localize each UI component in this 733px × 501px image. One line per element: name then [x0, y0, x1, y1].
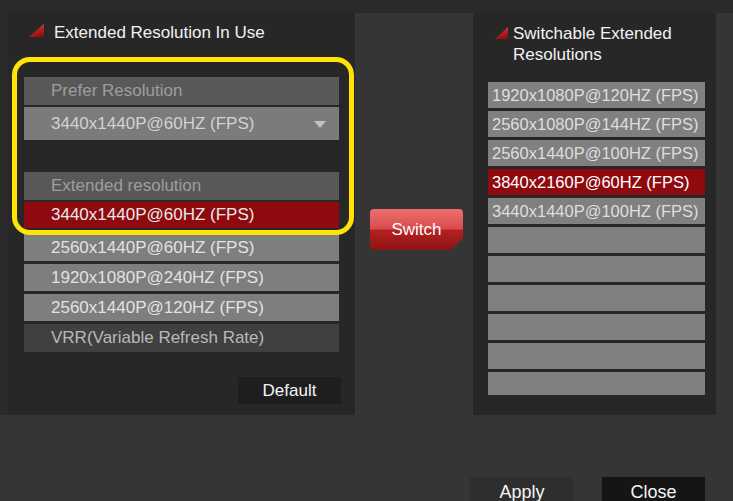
extended-resolution-in-use-panel: Extended Resolution In Use Prefer Resolu… [7, 13, 355, 415]
prefer-resolution-value: 3440x1440P@60HZ (FPS) [51, 114, 254, 134]
list-item-resolution-selected[interactable]: 3440x1440P@60HZ (FPS) [24, 202, 339, 228]
red-triangle-icon [29, 24, 44, 37]
close-button[interactable]: Close [602, 477, 705, 501]
list-item-empty [488, 256, 705, 282]
list-item-switchable-selected[interactable]: 3840x2160P@60HZ (FPS) [488, 169, 705, 195]
switchable-extended-resolutions-panel: Switchable Extended Resolutions 1920x108… [473, 13, 716, 415]
prefer-resolution-header: Prefer Resolution [24, 77, 339, 105]
list-item-resolution[interactable]: 2560x1440P@60HZ (FPS) [24, 234, 339, 261]
list-item-switchable[interactable]: 2560x1440P@100HZ (FPS) [488, 140, 705, 166]
red-triangle-icon [495, 27, 508, 39]
extended-resolution-header: Extended resolution [24, 172, 339, 200]
panel-title-right-line1: Switchable Extended [513, 23, 708, 44]
list-item-empty [488, 343, 705, 369]
panel-title-right: Switchable Extended Resolutions [513, 23, 708, 65]
default-button[interactable]: Default [238, 377, 341, 404]
window-left-strip [0, 13, 7, 415]
list-item-vrr[interactable]: VRR(Variable Refresh Rate) [24, 324, 339, 352]
apply-button[interactable]: Apply [470, 477, 574, 501]
list-item-switchable[interactable]: 3440x1440P@100HZ (FPS) [488, 198, 705, 224]
list-item-switchable[interactable]: 1920x1080P@120HZ (FPS) [488, 82, 705, 108]
list-item-resolution[interactable]: 1920x1080P@240HZ (FPS) [24, 264, 339, 291]
list-item-empty [488, 285, 705, 311]
list-item-switchable[interactable]: 2560x1080P@144HZ (FPS) [488, 111, 705, 137]
list-item-empty [488, 372, 705, 395]
panel-title-left: Extended Resolution In Use [54, 22, 265, 43]
chevron-down-icon [314, 121, 326, 128]
list-item-empty [488, 314, 705, 340]
list-item-resolution[interactable]: 2560x1440P@120HZ (FPS) [24, 294, 339, 321]
prefer-resolution-dropdown[interactable]: 3440x1440P@60HZ (FPS) [24, 107, 339, 140]
panel-title-right-line2: Resolutions [513, 44, 708, 65]
list-item-empty [488, 227, 705, 253]
window-top-strip [0, 0, 733, 13]
switch-button[interactable]: Switch [370, 209, 463, 250]
